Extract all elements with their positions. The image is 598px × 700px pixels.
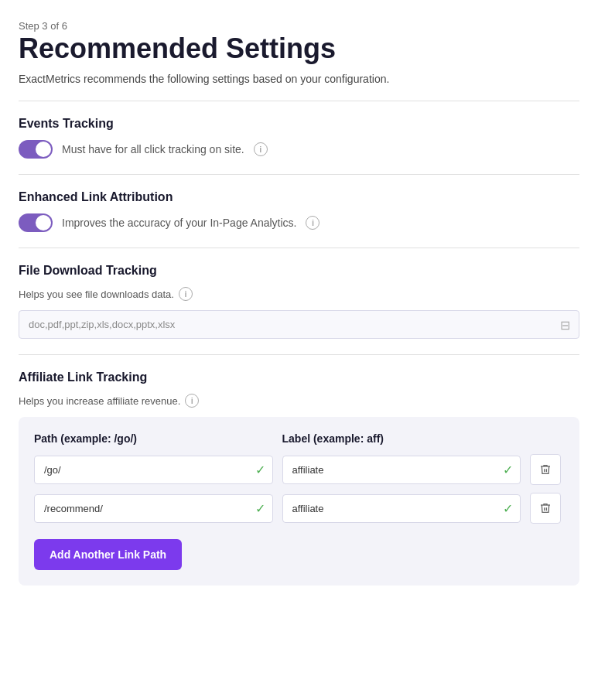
events-tracking-label: Must have for all click tracking on site… bbox=[62, 143, 244, 155]
enhanced-link-thumb bbox=[36, 215, 51, 230]
divider-events bbox=[19, 174, 579, 175]
enhanced-link-track bbox=[19, 213, 53, 232]
file-download-title: File Download Tracking bbox=[19, 264, 579, 278]
affiliate-row: ✓ ✓ bbox=[34, 454, 564, 485]
divider-file bbox=[19, 354, 579, 355]
affiliate-title: Affiliate Link Tracking bbox=[19, 370, 579, 384]
enhanced-link-title: Enhanced Link Attribution bbox=[19, 190, 579, 204]
path-input-2[interactable] bbox=[34, 494, 273, 523]
affiliate-box: Path (example: /go/) Label (example: aff… bbox=[19, 417, 579, 586]
path-field-wrapper-2: ✓ bbox=[34, 494, 273, 523]
delete-row-2-button[interactable] bbox=[530, 493, 561, 524]
page-subtitle: ExactMetrics recommends the following se… bbox=[19, 73, 579, 85]
affiliate-section: Affiliate Link Tracking Helps you increa… bbox=[19, 370, 579, 586]
file-download-input-wrapper: ⊟ bbox=[19, 310, 579, 339]
events-tracking-toggle[interactable] bbox=[19, 140, 53, 159]
file-download-info-icon[interactable]: i bbox=[179, 287, 193, 301]
events-tracking-info-icon[interactable]: i bbox=[254, 142, 268, 156]
file-download-desc: Helps you see file downloads data. i bbox=[19, 287, 579, 301]
affiliate-desc: Helps you increase affiliate revenue. i bbox=[19, 394, 579, 408]
col-header-path: Path (example: /go/) bbox=[34, 432, 273, 445]
enhanced-link-section: Enhanced Link Attribution Improves the a… bbox=[19, 190, 579, 232]
path-check-2: ✓ bbox=[255, 501, 265, 516]
events-tracking-toggle-row: Must have for all click tracking on site… bbox=[19, 140, 579, 159]
enhanced-link-toggle-row: Improves the accuracy of your In-Page An… bbox=[19, 213, 579, 232]
label-field-wrapper-2: ✓ bbox=[282, 494, 521, 523]
events-tracking-track bbox=[19, 140, 53, 159]
label-check-1: ✓ bbox=[503, 463, 513, 477]
label-input-1[interactable] bbox=[282, 456, 521, 484]
events-tracking-section: Events Tracking Must have for all click … bbox=[19, 117, 579, 159]
events-tracking-title: Events Tracking bbox=[19, 117, 579, 131]
delete-row-1-button[interactable] bbox=[530, 454, 561, 485]
page-title: Recommended Settings bbox=[19, 32, 579, 65]
path-check-1: ✓ bbox=[255, 463, 265, 477]
enhanced-link-label: Improves the accuracy of your In-Page An… bbox=[62, 217, 296, 229]
enhanced-link-info-icon[interactable]: i bbox=[306, 216, 320, 230]
events-tracking-thumb bbox=[36, 142, 51, 157]
file-download-desc-text: Helps you see file downloads data. bbox=[19, 289, 174, 300]
divider-top bbox=[19, 101, 579, 101]
file-download-input[interactable] bbox=[19, 310, 579, 339]
file-download-input-icon: ⊟ bbox=[560, 317, 570, 332]
label-input-2[interactable] bbox=[282, 494, 521, 523]
step-label: Step 3 of 6 bbox=[19, 20, 67, 32]
file-download-section: File Download Tracking Helps you see fil… bbox=[19, 264, 579, 339]
label-check-2: ✓ bbox=[503, 501, 513, 516]
col-header-label: Label (example: aff) bbox=[282, 432, 521, 445]
path-field-wrapper-1: ✓ bbox=[34, 456, 273, 484]
affiliate-desc-text: Helps you increase affiliate revenue. bbox=[19, 395, 180, 407]
affiliate-row: ✓ ✓ bbox=[34, 493, 564, 524]
divider-enhanced bbox=[19, 248, 579, 248]
label-field-wrapper-1: ✓ bbox=[282, 456, 521, 484]
affiliate-header: Path (example: /go/) Label (example: aff… bbox=[34, 432, 564, 445]
affiliate-info-icon[interactable]: i bbox=[185, 394, 199, 408]
path-input-1[interactable] bbox=[34, 456, 273, 484]
enhanced-link-toggle[interactable] bbox=[19, 213, 53, 232]
add-link-path-button[interactable]: Add Another Link Path bbox=[34, 539, 182, 570]
